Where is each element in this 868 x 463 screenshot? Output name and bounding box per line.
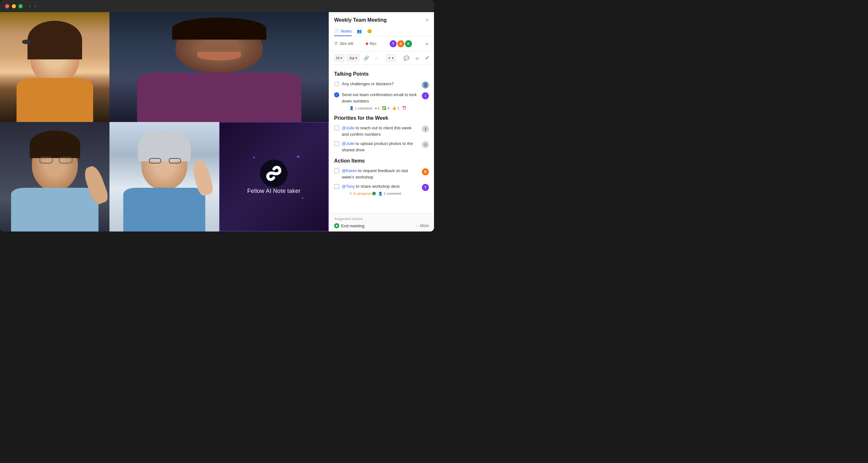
mention-julie-2[interactable]: @Julie xyxy=(342,141,354,146)
suggested-item: End meeting ··· More xyxy=(334,223,429,228)
comment-count[interactable]: 👤 1 comment xyxy=(349,106,372,110)
nav-arrows: ‹ › xyxy=(29,3,36,9)
participant-4-video xyxy=(110,122,219,232)
ai2-comment[interactable]: 👤 1 comment xyxy=(378,192,401,196)
comment-text: 1 comment xyxy=(355,106,372,110)
notes-tab-label: Notes xyxy=(341,29,352,33)
dots-value: 2 xyxy=(377,106,379,110)
task-avatar-ai2: T xyxy=(422,184,429,191)
video-cell-1[interactable] xyxy=(0,12,110,122)
avatar-a[interactable]: A xyxy=(397,39,405,48)
task-check-pr1[interactable] xyxy=(334,125,339,131)
video-cell-4[interactable] xyxy=(110,122,219,232)
video-cell-2[interactable] xyxy=(110,12,329,122)
main-window: ‹ › xyxy=(0,0,434,231)
add-chevron: ▾ xyxy=(392,56,394,60)
video-cell-3[interactable] xyxy=(0,122,110,232)
task-check-ai1[interactable] xyxy=(334,168,339,173)
section-title-action-items: Action Items xyxy=(334,158,429,164)
sparkle-1: ✦ xyxy=(252,155,256,160)
task-meta-tp2: 👤 1 comment •• 2 ✅ 4 xyxy=(349,106,419,110)
task-avatar-pr1: J xyxy=(422,125,429,133)
clock-icon-wrap: ⏰ xyxy=(402,106,407,110)
end-meeting-label: End meeting xyxy=(341,224,365,228)
suggested-label: Suggested actions xyxy=(334,217,429,221)
notes-tab-icon: 📄 xyxy=(334,29,339,33)
task-item-ai2: @Tony to share workshop deck ↻ In progre… xyxy=(334,183,429,196)
video-cell-ai: ✦ ✦ ✦ Fellow AI Note taker xyxy=(219,122,329,232)
in-progress-badge: ↻ In progress xyxy=(349,192,376,196)
task-meta-ai2: ↻ In progress 👤 1 comment xyxy=(349,192,419,196)
content-area: ✦ ✦ ✦ Fellow AI Note taker xyxy=(0,12,434,231)
minimize-button[interactable] xyxy=(12,4,16,8)
timer-badge: ⏱ 36m left xyxy=(334,41,353,46)
task-item-pr1: @Julie to reach out to client this week … xyxy=(334,125,429,137)
participants-icon: 👥 xyxy=(357,29,362,33)
tab-reactions[interactable]: 😊 xyxy=(367,27,372,36)
avatar-k[interactable]: K xyxy=(404,39,413,48)
task-check-pr2[interactable] xyxy=(334,141,339,146)
timer-text: 36m left xyxy=(340,41,353,46)
font-label: Aa xyxy=(349,56,354,60)
task-check-tp2[interactable]: ✓ xyxy=(334,92,339,97)
end-dot-inner xyxy=(336,225,338,227)
send-button[interactable]: ➤ xyxy=(425,41,429,46)
check-mark: ✓ xyxy=(335,93,338,96)
tab-notes[interactable]: 📄 Notes xyxy=(334,27,352,36)
check-button[interactable]: ✓ xyxy=(424,54,431,62)
ai2-comment-text: 1 comment xyxy=(383,192,401,196)
task-check-tp1[interactable] xyxy=(334,81,339,87)
font-chevron: ▾ xyxy=(355,56,357,60)
task-text-ai1: @Karen to request feedback on last week'… xyxy=(342,168,419,180)
mention-karen[interactable]: @Karen xyxy=(342,168,357,173)
more-button[interactable]: ··· More xyxy=(416,224,429,228)
add-dropdown[interactable]: + ▾ xyxy=(386,54,396,62)
task-text-ai2: @Tony to share workshop deck xyxy=(342,183,419,190)
progress-square xyxy=(372,192,376,195)
participant-2-video xyxy=(110,12,329,122)
notes-panel: Weekly Team Meeting × 📄 Notes 👥 😊 xyxy=(329,12,434,231)
end-dot xyxy=(334,223,339,228)
task-text-ai2-rest: to share workshop deck xyxy=(356,184,400,189)
emoji-button[interactable]: ☺ xyxy=(413,55,421,62)
suggested-end-meeting[interactable]: End meeting xyxy=(334,223,365,228)
maximize-button[interactable] xyxy=(19,4,23,8)
editor-toolbar: H ▾ Aa ▾ 🔗 ··· + ▾ 💬 ☺ ✓ xyxy=(329,51,434,65)
link-button[interactable]: 🔗 xyxy=(362,55,371,62)
thumb-count: 👍 1 xyxy=(392,106,399,110)
mention-julie-1[interactable]: @Julie xyxy=(342,125,354,130)
task-avatar-ai1: R xyxy=(422,168,429,175)
rec-dot xyxy=(366,42,368,45)
task-text-pr2: @Julie to upload product photos to the s… xyxy=(342,141,419,153)
back-arrow[interactable]: ‹ xyxy=(29,3,31,9)
clock-emoji: ⏰ xyxy=(402,106,407,110)
notes-tabs: 📄 Notes 👥 😊 xyxy=(334,27,429,36)
heading-label: H xyxy=(336,56,339,60)
thumb-value: 1 xyxy=(397,106,399,110)
notes-content: Talking Points Any challenges or blocker… xyxy=(329,65,434,213)
check-value: 4 xyxy=(388,106,389,110)
participant-3-video xyxy=(0,122,110,232)
ai-label: Fellow AI Note taker xyxy=(247,188,301,195)
task-avatar-tp2: i xyxy=(422,92,429,99)
progress-icon: ↻ xyxy=(349,192,352,196)
task-item-tp2: ✓ Send out team confirmation email to lo… xyxy=(334,92,429,110)
font-dropdown[interactable]: Aa ▾ xyxy=(347,54,359,62)
avatar-t[interactable]: T xyxy=(389,39,397,48)
heading-dropdown[interactable]: H ▾ xyxy=(334,54,344,62)
rec-label: Rec xyxy=(370,41,377,46)
close-button[interactable] xyxy=(5,4,9,8)
forward-arrow[interactable]: › xyxy=(34,3,36,9)
close-notes-button[interactable]: × xyxy=(425,17,429,23)
mention-tony[interactable]: @Tony xyxy=(342,184,355,189)
task-item-tp1: Any challenges or blockers? 👤 xyxy=(334,81,429,88)
notes-title: Weekly Team Meeting xyxy=(334,17,387,23)
more-format-button[interactable]: ··· xyxy=(373,55,379,61)
task-check-ai2[interactable] xyxy=(334,184,339,189)
section-title-priorities: Priorities for the Week xyxy=(334,115,429,121)
dots-count: •• 2 xyxy=(375,106,379,110)
rec-badge[interactable]: Rec xyxy=(366,41,377,46)
task-text-pr1: @Julie to reach out to client this week … xyxy=(342,125,419,137)
comment-button[interactable]: 💬 xyxy=(402,55,411,62)
tab-participants[interactable]: 👥 xyxy=(357,27,362,36)
